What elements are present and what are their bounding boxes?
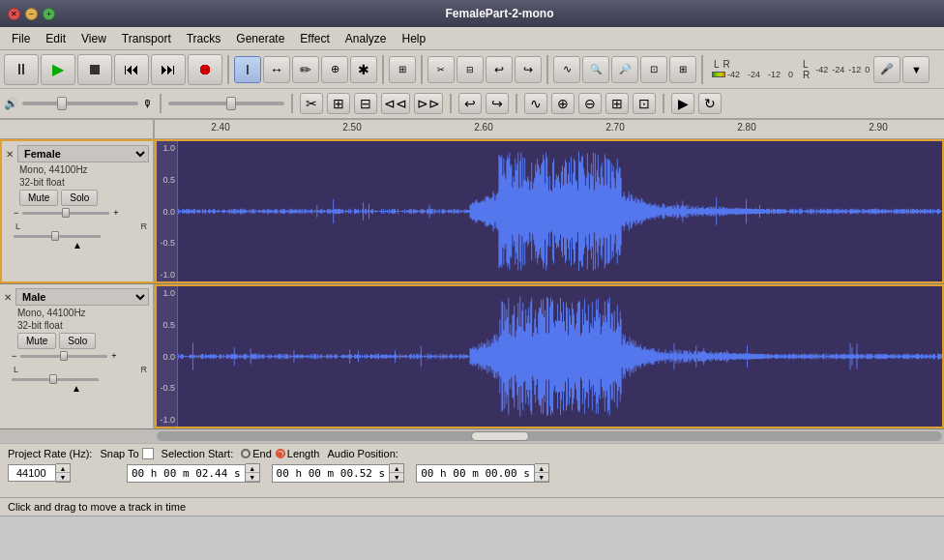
timeshift-tool-button[interactable]: ✱ [350,56,377,83]
redo2-button[interactable]: ↪ [486,93,509,114]
female-collapse-button[interactable]: ▲ [6,240,149,251]
copy-button[interactable]: ⊞ [327,93,350,114]
audio-position-display[interactable]: 00 h 00 m 00.00 s [416,464,535,483]
output-monitor-button[interactable]: ▼ [902,56,929,83]
length-spin[interactable]: ▲ ▼ [390,463,404,483]
rewind-button[interactable]: ⏮ [114,54,149,85]
horizontal-scrollbar[interactable] [155,429,944,443]
fit2-button[interactable]: ⊞ [605,93,629,114]
menu-transport[interactable]: Transport [114,30,179,47]
play-button[interactable]: ▶ [41,54,75,85]
menu-generate[interactable]: Generate [228,30,292,47]
menu-view[interactable]: View [74,30,114,47]
scrollbar-track[interactable] [157,431,942,441]
stop-button[interactable]: ⏹ [77,54,112,85]
play-at-speed-button[interactable]: ▶ [671,93,694,114]
female-pan-track[interactable] [14,235,101,238]
zoom-in2-button[interactable]: ⊕ [551,93,575,114]
menu-effect[interactable]: Effect [292,30,337,47]
male-track-close[interactable]: ✕ [4,292,12,303]
multi-tool-button[interactable]: ⊞ [389,56,416,83]
project-rate-spin-up[interactable]: ▲ [56,464,70,473]
end-radio-circle[interactable] [241,449,251,458]
female-gain-slider[interactable]: − + [14,208,149,218]
volume-slider-track[interactable] [22,102,138,105]
audio-pos-spin-up[interactable]: ▲ [535,464,548,473]
menu-tracks[interactable]: Tracks [179,30,229,47]
snap-checkbox-input[interactable] [142,448,154,459]
cut-button[interactable]: ✂ [300,93,323,114]
male-pan-thumb[interactable] [49,374,57,384]
record-button[interactable]: ⏺ [188,54,222,85]
sel-start-spin-up[interactable]: ▲ [246,464,259,473]
draw-smooth-button[interactable]: ∿ [553,56,580,83]
male-pan-slider[interactable] [12,378,149,381]
female-waveform-area[interactable]: 1.0 0.5 0.0 -0.5 -1.0 [155,139,944,283]
menu-file[interactable]: File [4,30,38,47]
length-display[interactable]: 00 h 00 m 00.52 s [272,464,391,483]
cursor-tool-button[interactable]: I [234,56,261,83]
zoom3-button[interactable]: ⊡ [633,93,656,114]
female-gain-track[interactable] [22,212,109,215]
undo-button[interactable]: ↩ [486,56,513,83]
female-gain-thumb[interactable] [62,208,70,218]
female-track-close[interactable]: ✕ [6,149,14,160]
audio-position-spin[interactable]: ▲ ▼ [535,463,549,483]
zoom-out-button[interactable]: 🔎 [611,56,638,83]
zoom-out2-button[interactable]: ⊖ [578,93,602,114]
envelope-tool-button[interactable]: ↔ [263,56,290,83]
volume-slider-thumb[interactable] [57,97,67,110]
playback-rate-thumb[interactable] [226,97,236,110]
male-waveform-area[interactable]: 1.0 0.5 0.0 -0.5 -1.0 [155,284,944,428]
male-gain-track[interactable] [20,355,107,358]
end-radio-button[interactable]: End [241,448,272,459]
zoom-in-button[interactable]: 🔍 [582,56,609,83]
selection-start-display[interactable]: 00 h 00 m 02.44 s [127,464,246,483]
length-radio-circle[interactable] [276,449,285,458]
male-pan-track[interactable] [12,378,99,381]
redo-button[interactable]: ↪ [515,56,542,83]
female-pan-thumb[interactable] [51,231,59,241]
trim-button[interactable]: ✂ [428,56,455,83]
male-track-name-select[interactable]: Male [15,288,149,306]
forward-button[interactable]: ⏭ [151,54,186,85]
male-gain-thumb[interactable] [60,351,68,361]
zoom-sel-button[interactable]: ⊞ [669,56,696,83]
minimize-button[interactable]: − [25,8,38,20]
audio-pos-spin-down[interactable]: ▼ [535,473,548,482]
draw-tool-button[interactable]: ✏ [292,56,319,83]
playback-rate-track[interactable] [168,102,284,105]
loop-button[interactable]: ↻ [698,93,722,114]
scrollbar-thumb[interactable] [471,431,529,441]
nudge-right-button[interactable]: ⊳⊳ [414,93,443,114]
window-controls[interactable]: ✕ − + [8,8,55,20]
pause-button[interactable]: ⏸ [4,54,39,85]
project-rate-spin-down[interactable]: ▼ [56,473,70,482]
female-pan-slider[interactable] [14,235,149,238]
silence-button[interactable]: ⊟ [457,56,484,83]
close-button[interactable]: ✕ [8,8,20,20]
project-rate-spin[interactable]: ▲ ▼ [56,463,71,483]
nudge-left-button[interactable]: ⊲⊲ [381,93,410,114]
female-mute-button[interactable]: Mute [19,190,58,206]
male-mute-button[interactable]: Mute [17,333,56,349]
volume-slider-container[interactable] [22,102,138,105]
maximize-button[interactable]: + [43,8,55,20]
menu-help[interactable]: Help [395,30,434,47]
smooth2-button[interactable]: ∿ [524,93,547,114]
playback-rate-container[interactable] [168,102,284,105]
female-track-name-select[interactable]: Female [17,145,149,162]
sel-start-spin-down[interactable]: ▼ [246,473,259,482]
selection-start-spin[interactable]: ▲ ▼ [246,463,260,483]
menu-edit[interactable]: Edit [38,30,74,47]
male-solo-button[interactable]: Solo [59,333,96,349]
length-radio-button[interactable]: Length [276,448,320,459]
male-collapse-button[interactable]: ▲ [4,383,149,394]
menu-analyze[interactable]: Analyze [338,30,395,47]
male-gain-slider[interactable]: − + [12,351,149,361]
input-monitor-button[interactable]: 🎤 [873,56,900,83]
length-spin-up[interactable]: ▲ [390,464,403,473]
length-spin-down[interactable]: ▼ [390,473,403,482]
paste-button[interactable]: ⊟ [354,93,377,114]
zoom-tool-button[interactable]: ⊕ [321,56,348,83]
